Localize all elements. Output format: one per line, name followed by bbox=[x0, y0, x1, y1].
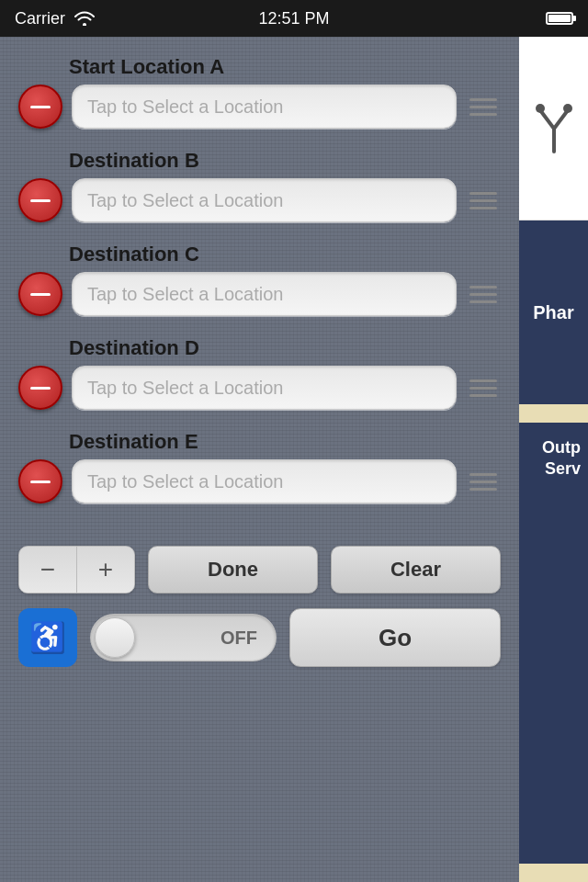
route-section-e: Destination E Tap to Select a Location bbox=[18, 430, 501, 520]
route-entry-c: Tap to Select a Location bbox=[18, 272, 501, 316]
route-label-b: Destination B bbox=[18, 149, 501, 173]
route-section-a: Start Location A Tap to Select a Locatio… bbox=[18, 55, 501, 145]
main-layout: Start Location A Tap to Select a Locatio… bbox=[0, 37, 588, 882]
reorder-line-2e bbox=[469, 481, 497, 483]
location-placeholder-e: Tap to Select a Location bbox=[87, 471, 283, 492]
reorder-line-2d bbox=[469, 387, 497, 390]
svg-line-2 bbox=[554, 110, 568, 129]
svg-point-3 bbox=[536, 104, 545, 113]
reorder-line-1b bbox=[469, 192, 497, 195]
remove-location-b-button[interactable] bbox=[18, 178, 62, 222]
accessibility-toggle[interactable]: OFF bbox=[90, 614, 277, 662]
remove-location-e-button[interactable] bbox=[18, 459, 62, 503]
wheelchair-icon: ♿ bbox=[29, 620, 66, 655]
reorder-line-3b bbox=[469, 207, 497, 209]
location-placeholder-d: Tap to Select a Location bbox=[87, 378, 283, 399]
route-label-e: Destination E bbox=[18, 430, 501, 454]
controls-row: − + Done Clear bbox=[18, 546, 501, 594]
location-placeholder-b: Tap to Select a Location bbox=[87, 190, 283, 211]
route-entry-e: Tap to Select a Location bbox=[18, 459, 501, 503]
route-label-d: Destination D bbox=[18, 336, 501, 360]
status-bar: Carrier 12:51 PM bbox=[0, 0, 588, 37]
right-middle-text: Phar bbox=[533, 301, 573, 323]
battery-icon bbox=[546, 12, 573, 25]
directions-fork-icon bbox=[531, 101, 577, 156]
clear-button[interactable]: Clear bbox=[331, 546, 501, 594]
right-panel: Phar Outp Serv bbox=[519, 37, 588, 882]
svg-point-4 bbox=[563, 104, 572, 113]
route-label-a: Start Location A bbox=[18, 55, 501, 79]
location-input-c[interactable]: Tap to Select a Location bbox=[72, 272, 457, 316]
route-section-b: Destination B Tap to Select a Location bbox=[18, 149, 501, 239]
reorder-line-3c bbox=[469, 300, 497, 303]
remove-location-a-button[interactable] bbox=[18, 85, 62, 129]
reorder-line-1 bbox=[469, 98, 497, 101]
reorder-line-3e bbox=[469, 488, 497, 491]
toggle-label: OFF bbox=[220, 628, 257, 649]
route-entry-d: Tap to Select a Location bbox=[18, 366, 501, 410]
location-input-b[interactable]: Tap to Select a Location bbox=[72, 178, 457, 222]
remove-location-c-button[interactable] bbox=[18, 272, 62, 316]
reorder-line-2 bbox=[469, 106, 497, 108]
reorder-line-2b bbox=[469, 199, 497, 202]
route-label-c: Destination C bbox=[18, 243, 501, 266]
reorder-line-3d bbox=[469, 394, 497, 397]
reorder-b-button[interactable] bbox=[466, 183, 501, 218]
stepper-plus-button[interactable]: + bbox=[77, 546, 134, 594]
route-section-c: Destination C Tap to Select a Location bbox=[18, 243, 501, 333]
right-middle-section: Phar bbox=[519, 220, 588, 404]
go-button[interactable]: Go bbox=[289, 608, 501, 667]
reorder-line-1e bbox=[469, 473, 497, 476]
route-section-d: Destination D Tap to Select a Location bbox=[18, 336, 501, 426]
route-planner-panel: Start Location A Tap to Select a Locatio… bbox=[0, 37, 519, 882]
reorder-line-1c bbox=[469, 286, 497, 288]
wifi-icon bbox=[74, 11, 95, 26]
reorder-c-button[interactable] bbox=[466, 277, 501, 311]
reorder-e-button[interactable] bbox=[466, 464, 501, 499]
time-label: 12:51 PM bbox=[258, 9, 329, 28]
right-bottom-text: Outp Serv bbox=[542, 437, 581, 481]
done-button[interactable]: Done bbox=[148, 546, 318, 594]
stepper-minus-button[interactable]: − bbox=[19, 546, 76, 594]
carrier-label: Carrier bbox=[15, 9, 65, 28]
reorder-line-2c bbox=[469, 293, 497, 296]
right-bottom-section: Outp Serv bbox=[519, 423, 588, 864]
right-strip-2 bbox=[519, 864, 588, 882]
location-input-a[interactable]: Tap to Select a Location bbox=[72, 85, 457, 129]
toggle-knob bbox=[95, 617, 135, 658]
remove-location-d-button[interactable] bbox=[18, 366, 62, 410]
reorder-line-3 bbox=[469, 113, 497, 116]
accessibility-button[interactable]: ♿ bbox=[18, 608, 77, 667]
reorder-a-button[interactable] bbox=[466, 89, 501, 124]
location-placeholder-c: Tap to Select a Location bbox=[87, 284, 283, 305]
location-placeholder-a: Tap to Select a Location bbox=[87, 96, 283, 118]
location-input-d[interactable]: Tap to Select a Location bbox=[72, 366, 457, 410]
route-entry-a: Tap to Select a Location bbox=[18, 85, 501, 129]
svg-line-1 bbox=[540, 110, 554, 129]
right-strip-1 bbox=[519, 404, 588, 423]
right-top-section bbox=[519, 37, 588, 220]
destination-stepper: − + bbox=[18, 546, 135, 594]
location-input-e[interactable]: Tap to Select a Location bbox=[72, 459, 457, 503]
bottom-row: ♿ OFF Go bbox=[18, 608, 501, 667]
route-entry-b: Tap to Select a Location bbox=[18, 178, 501, 222]
reorder-line-1d bbox=[469, 379, 497, 382]
reorder-d-button[interactable] bbox=[466, 370, 501, 405]
